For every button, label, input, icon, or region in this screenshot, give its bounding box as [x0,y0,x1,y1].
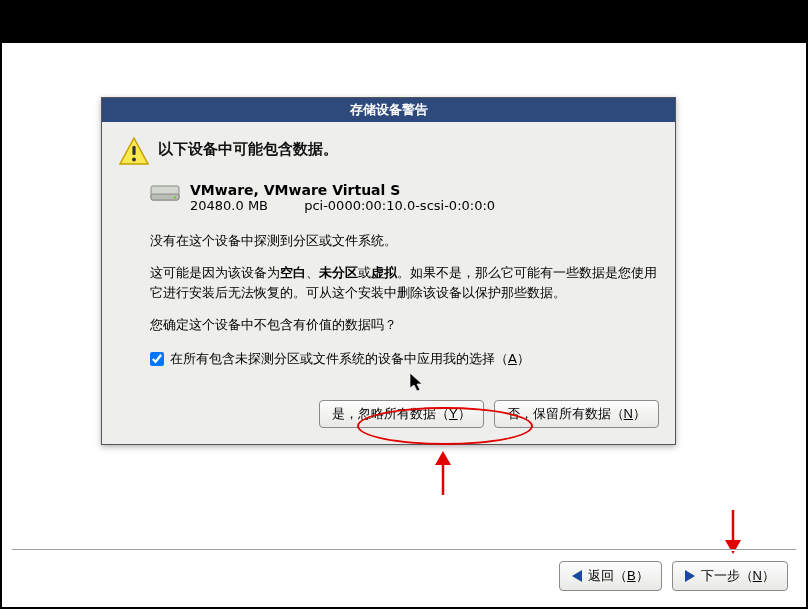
message-paragraph-2: 这可能是因为该设备为空白、未分区或虚拟。如果不是，那么它可能有一些数据是您使用它… [150,263,659,303]
harddisk-icon [150,182,180,206]
device-size: 20480.0 MB [190,198,300,213]
installer-header-bar [2,2,806,43]
next-button[interactable]: 下一步（N） [672,561,788,591]
back-button-label: 返回（B） [588,567,649,585]
apply-all-checkbox-row: 在所有包含未探测分区或文件系统的设备中应用我的选择（A） [150,350,659,368]
device-details: 20480.0 MB pci-0000:00:10.0-scsi-0:0:0:0 [190,198,495,213]
svg-point-2 [132,158,136,162]
apply-all-label: 在所有包含未探测分区或文件系统的设备中应用我的选择（A） [170,350,530,368]
bottom-nav: 返回（B） 下一步（N） [559,561,788,591]
bottom-separator [12,549,796,550]
dialog-button-row: 是，忽略所有数据（Y） 否，保留所有数据（N） [102,382,675,444]
no-keep-data-button[interactable]: 否，保留所有数据（N） [494,400,659,428]
device-row: VMware, VMware Virtual S 20480.0 MB pci-… [150,182,659,213]
arrow-right-icon [685,570,695,582]
warning-icon [118,136,150,168]
arrow-left-icon [572,570,582,582]
svg-marker-9 [725,540,741,554]
svg-rect-1 [132,146,135,155]
message-paragraph-1: 没有在这个设备中探测到分区或文件系统。 [150,231,659,251]
device-name: VMware, VMware Virtual S [190,182,495,198]
dialog-message: 没有在这个设备中探测到分区或文件系统。 这可能是因为该设备为空白、未分区或虚拟。… [150,231,659,336]
warning-heading: 以下设备中可能包含数据。 [158,136,338,159]
annotation-arrow-up-1 [430,451,456,497]
dialog-title: 存储设备警告 [102,98,675,122]
svg-marker-7 [435,451,451,465]
device-path: pci-0000:00:10.0-scsi-0:0:0:0 [304,198,495,213]
device-info: VMware, VMware Virtual S 20480.0 MB pci-… [190,182,495,213]
apply-all-checkbox[interactable] [150,352,164,366]
next-button-label: 下一步（N） [701,567,775,585]
svg-point-5 [174,196,176,198]
yes-discard-data-button[interactable]: 是，忽略所有数据（Y） [319,400,484,428]
back-button[interactable]: 返回（B） [559,561,662,591]
message-paragraph-3: 您确定这个设备中不包含有价值的数据吗？ [150,315,659,335]
storage-device-warning-dialog: 存储设备警告 以下设备中可能包含数据。 VMware, V [101,97,676,445]
warning-header-row: 以下设备中可能包含数据。 [118,136,659,168]
dialog-body: 以下设备中可能包含数据。 VMware, VMware Virtual S 20… [102,122,675,382]
